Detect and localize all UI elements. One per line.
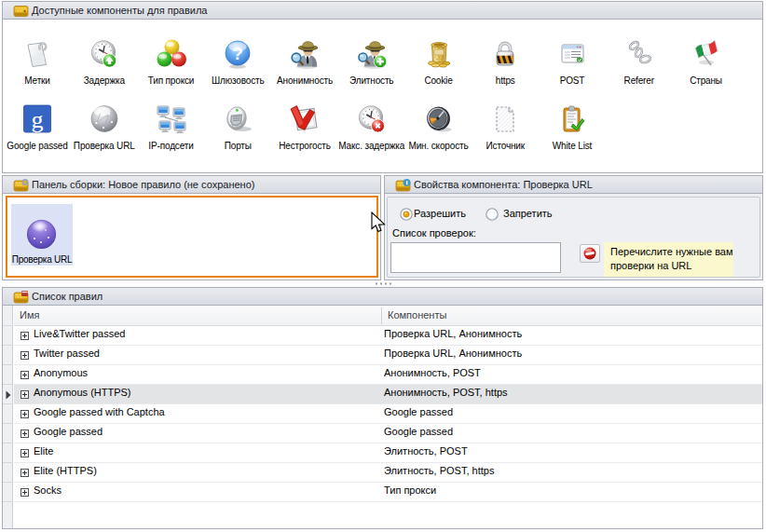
svg-text:g: g xyxy=(32,106,44,133)
svg-text:?: ? xyxy=(232,44,243,63)
